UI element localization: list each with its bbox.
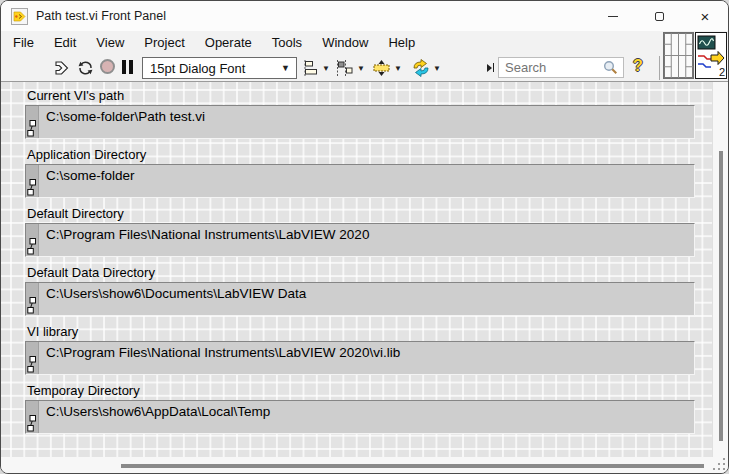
connector-pane-icon[interactable] xyxy=(663,32,694,79)
window-title: Path test.vi Front Panel xyxy=(36,9,166,23)
path-symbol-strip[interactable] xyxy=(26,224,39,256)
close-button[interactable]: × xyxy=(682,1,728,31)
chevron-down-icon: ▼ xyxy=(322,64,330,73)
path-control-label: Default Directory xyxy=(27,206,695,222)
run-continuous-button[interactable] xyxy=(76,59,95,77)
path-control-temporary-directory: Temporay Directory C:\Users\show6\AppDat… xyxy=(25,383,695,434)
path-control-box[interactable]: C:\some-folder xyxy=(25,164,695,198)
menu-bar: File Edit View Project Operate Tools Win… xyxy=(1,31,728,54)
path-control-current-vi-path: Current VI's path C:\some-folder\Path te… xyxy=(25,88,695,139)
run-icon xyxy=(53,59,71,77)
align-objects-icon xyxy=(301,60,320,76)
menu-edit[interactable]: Edit xyxy=(44,31,86,54)
vi-identity-pane: 2 xyxy=(663,32,727,79)
path-control-box[interactable]: C:\Program Files\National Instruments\La… xyxy=(25,341,695,375)
path-symbol-strip[interactable] xyxy=(26,401,39,433)
menu-tools[interactable]: Tools xyxy=(262,31,312,54)
vertical-scrollbar-thumb[interactable] xyxy=(719,151,723,441)
help-icon: ? xyxy=(633,57,643,75)
path-control-vi-library: VI library C:\Program Files\National Ins… xyxy=(25,324,695,375)
vi-icon-badge: 2 xyxy=(719,66,725,78)
path-icon xyxy=(27,238,37,255)
path-symbol-strip[interactable] xyxy=(26,165,39,197)
path-control-box[interactable]: C:\Users\show6\Documents\LabVIEW Data xyxy=(25,282,695,316)
horizontal-scrollbar-thumb[interactable] xyxy=(121,464,704,468)
search-icon[interactable] xyxy=(603,60,618,75)
path-icon xyxy=(27,179,37,196)
path-control-value[interactable]: C:\Users\show6\Documents\LabVIEW Data xyxy=(39,283,694,315)
path-control-value[interactable]: C:\Program Files\National Instruments\La… xyxy=(39,342,694,374)
path-control-label: Application Directory xyxy=(27,147,695,163)
path-control-box[interactable]: C:\some-folder\Path test.vi xyxy=(25,105,695,139)
title-bar: Path test.vi Front Panel × xyxy=(1,1,728,31)
search-box xyxy=(498,57,624,78)
minimize-button[interactable] xyxy=(590,1,636,31)
horizontal-scrollbar[interactable] xyxy=(1,457,729,474)
resize-grip[interactable] xyxy=(712,457,725,470)
path-control-box[interactable]: C:\Users\show6\AppData\Local\Temp xyxy=(25,400,695,434)
chevron-down-icon: ▼ xyxy=(433,64,441,73)
chevron-down-icon: ▼ xyxy=(394,64,402,73)
abort-button[interactable] xyxy=(100,59,115,74)
path-icon xyxy=(27,297,37,314)
front-panel-area: Current VI's path C:\some-folder\Path te… xyxy=(1,82,714,457)
pause-icon xyxy=(122,60,133,74)
minimize-icon xyxy=(608,16,618,17)
labview-front-panel-window: Path test.vi Front Panel × File Edit Vie… xyxy=(0,0,729,474)
connector-pane-grid-icon xyxy=(664,33,693,78)
menu-file[interactable]: File xyxy=(3,31,44,54)
vi-icon[interactable]: 2 xyxy=(695,32,727,79)
maximize-icon xyxy=(655,12,664,21)
chevron-down-icon: ▼ xyxy=(357,64,365,73)
path-icon xyxy=(27,356,37,373)
path-icon xyxy=(27,415,37,432)
abort-icon xyxy=(100,59,115,74)
vertical-scrollbar[interactable] xyxy=(712,82,728,457)
path-control-label: Temporay Directory xyxy=(27,383,695,399)
maximize-button[interactable] xyxy=(636,1,682,31)
menu-view[interactable]: View xyxy=(86,31,134,54)
distribute-objects-icon xyxy=(336,60,355,76)
path-control-default-data-directory: Default Data Directory C:\Users\show6\Do… xyxy=(25,265,695,316)
path-symbol-strip[interactable] xyxy=(26,106,39,138)
run-continuous-icon xyxy=(76,59,95,77)
toolbar-separator xyxy=(659,56,660,80)
run-button[interactable] xyxy=(53,59,71,77)
toolbar: 15pt Dialog Font ▼ ▼ ▼ xyxy=(1,54,728,82)
menu-operate[interactable]: Operate xyxy=(195,31,262,54)
font-selector[interactable]: 15pt Dialog Font ▼ xyxy=(142,57,297,79)
vi-icon-graphic: 2 xyxy=(696,33,726,78)
path-control-label: Default Data Directory xyxy=(27,265,695,281)
path-control-application-directory: Application Directory C:\some-folder xyxy=(25,147,695,198)
window-controls: × xyxy=(590,1,728,31)
chevron-down-icon: ▼ xyxy=(281,63,290,73)
menu-window[interactable]: Window xyxy=(312,31,378,54)
path-control-value[interactable]: C:\Users\show6\AppData\Local\Temp xyxy=(39,401,694,433)
path-control-label: Current VI's path xyxy=(27,88,695,104)
path-symbol-strip[interactable] xyxy=(26,283,39,315)
menu-help[interactable]: Help xyxy=(378,31,425,54)
path-symbol-strip[interactable] xyxy=(26,342,39,374)
search-input[interactable] xyxy=(499,60,603,75)
path-icon xyxy=(27,120,37,137)
resize-objects-button[interactable]: ▼ xyxy=(372,60,402,76)
menu-project[interactable]: Project xyxy=(134,31,194,54)
close-icon: × xyxy=(701,9,710,24)
align-objects-button[interactable]: ▼ xyxy=(301,60,330,76)
pause-button[interactable] xyxy=(122,60,133,74)
toolbar-overflow-icon[interactable] xyxy=(487,63,494,72)
reorder-objects-icon xyxy=(411,59,431,77)
reorder-objects-button[interactable]: ▼ xyxy=(411,59,441,77)
resize-objects-icon xyxy=(372,60,392,76)
path-control-value[interactable]: C:\Program Files\National Instruments\La… xyxy=(39,224,694,256)
labview-pennant-icon xyxy=(13,10,26,23)
vi-app-icon xyxy=(11,8,28,25)
distribute-objects-button[interactable]: ▼ xyxy=(336,60,365,76)
path-control-box[interactable]: C:\Program Files\National Instruments\La… xyxy=(25,223,695,257)
font-selector-value: 15pt Dialog Font xyxy=(150,61,245,76)
path-control-default-directory: Default Directory C:\Program Files\Natio… xyxy=(25,206,695,257)
path-control-value[interactable]: C:\some-folder\Path test.vi xyxy=(39,106,694,138)
context-help-button[interactable]: ? xyxy=(633,57,643,75)
path-control-label: VI library xyxy=(27,324,695,340)
path-control-value[interactable]: C:\some-folder xyxy=(39,165,694,197)
